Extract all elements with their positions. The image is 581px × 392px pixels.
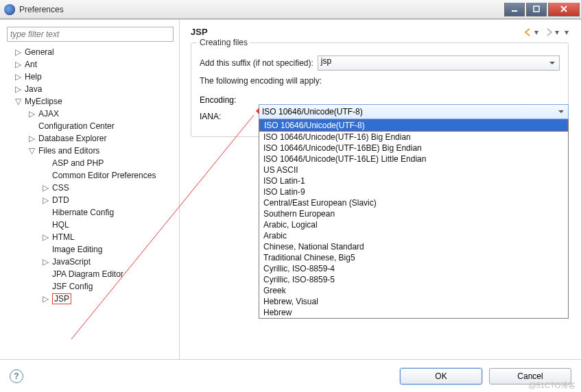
title-bar: Preferences (0, 0, 581, 19)
encoding-option[interactable]: Central/East European (Slavic) (259, 197, 568, 208)
encoding-option[interactable]: Hebrew, Visual (259, 296, 568, 307)
tree-item-label: Configuration Center (38, 121, 115, 131)
encoding-option[interactable]: ISO 10646/Unicode(UTF-16) Big Endian (259, 132, 568, 143)
encoding-select-value[interactable]: ISO 10646/Unicode(UTF-8) (259, 104, 569, 119)
tree-item-label: JSF Config (52, 282, 93, 291)
view-menu-button[interactable]: ▾ (565, 27, 569, 37)
help-icon[interactable]: ? (10, 369, 23, 383)
encoding-option[interactable]: Arabic, Logical (259, 219, 568, 230)
twisty-icon[interactable]: ▷ (43, 294, 49, 304)
tree-item[interactable]: ▷Database Explorer (3, 132, 179, 145)
svg-rect-1 (534, 6, 539, 12)
encoding-label: Encoding: (200, 95, 241, 105)
close-button[interactable] (548, 3, 580, 16)
twisty-icon[interactable]: ▷ (43, 183, 49, 193)
twisty-icon[interactable]: ▷ (43, 257, 49, 267)
tree-item[interactable]: ▷Ant (3, 58, 179, 71)
tree-item[interactable]: HQL (3, 219, 179, 231)
twisty-icon[interactable]: ▷ (43, 232, 49, 242)
encoding-option[interactable]: Southern European (259, 208, 568, 219)
tree-item[interactable]: ▷General (3, 46, 179, 58)
encoding-apply-note: The following encoding will apply: (200, 76, 560, 86)
encoding-option[interactable]: Arabic (259, 230, 568, 241)
minimize-button[interactable] (504, 3, 525, 16)
encoding-option[interactable]: Chinese, National Standard (259, 241, 568, 252)
tree-item-label: Common Editor Preferences (52, 171, 156, 180)
encoding-select[interactable]: ISO 10646/Unicode(UTF-8) ISO 10646/Unico… (259, 104, 569, 319)
tree-item-label: Files and Editors (38, 146, 99, 156)
annotation-triangle-icon (252, 108, 259, 114)
tree-item[interactable]: Configuration Center (3, 120, 179, 132)
back-button[interactable]: ▾ (523, 27, 538, 37)
encoding-option[interactable]: ISO 10646/Unicode(UTF-16BE) Big Endian (259, 143, 568, 154)
twisty-icon[interactable]: ▷ (29, 109, 36, 119)
group-legend: Creating files (197, 38, 250, 47)
tree-item[interactable]: ▷HTML (3, 231, 179, 243)
tree-item-label: Database Explorer (38, 134, 106, 143)
twisty-icon[interactable]: ▽ (15, 97, 22, 106)
tree-item-label: MyEclipse (25, 97, 62, 106)
tree-item[interactable]: Hibernate Config (3, 206, 179, 219)
suffix-label: Add this suffix (if not specified): (200, 58, 313, 68)
tree-item-label: DTD (52, 195, 69, 205)
window-title: Preferences (19, 5, 64, 14)
tree-item[interactable]: ASP and PHP (3, 157, 179, 169)
encoding-option[interactable]: US ASCII (259, 164, 568, 175)
encoding-option[interactable]: Traditional Chinese, Big5 (259, 252, 568, 263)
twisty-icon[interactable]: ▷ (15, 60, 22, 69)
encoding-option[interactable]: ISO Latin-1 (259, 175, 568, 186)
tree-item[interactable]: ▽MyEclipse (3, 95, 179, 108)
forward-button[interactable]: ▾ (544, 27, 559, 37)
chevron-down-icon: ▾ (555, 27, 559, 37)
encoding-option[interactable]: ISO 10646/Unicode(UTF-8) (259, 119, 568, 132)
tree-item[interactable]: ▷Java (3, 83, 179, 95)
left-pane: ▷General▷Ant▷Help▷Java▽MyEclipse▷AJAXCon… (0, 20, 180, 359)
tree-item-label: JSP (52, 293, 71, 304)
window-controls (504, 3, 581, 16)
tree-item[interactable]: ▷DTD (3, 194, 179, 206)
encoding-option[interactable]: ISO 10646/Unicode(UTF-16LE) Little Endia… (259, 154, 568, 164)
tree-item[interactable]: ▽Files and Editors (3, 145, 179, 157)
encoding-option[interactable]: ISO Latin-9 (259, 186, 568, 197)
twisty-icon[interactable]: ▷ (15, 84, 22, 94)
tree-item-label: Help (25, 72, 42, 82)
tree-item-label: Ant (25, 60, 37, 69)
tree-item-label: CSS (52, 183, 69, 193)
tree-item[interactable]: Common Editor Preferences (3, 169, 179, 182)
button-bar: ? OK Cancel (0, 359, 581, 392)
maximize-button[interactable] (526, 3, 547, 16)
tree-item[interactable]: ▷JavaScript (3, 256, 179, 268)
tree-item[interactable]: JSF Config (3, 280, 179, 293)
ok-button[interactable]: OK (400, 368, 482, 384)
twisty-icon[interactable]: ▷ (29, 134, 36, 143)
tree-item[interactable]: ▷Help (3, 71, 179, 83)
chevron-down-icon: ▾ (534, 27, 538, 37)
twisty-icon[interactable]: ▽ (29, 146, 36, 156)
twisty-icon[interactable]: ▷ (15, 72, 22, 82)
encoding-option[interactable]: Cyrillic, ISO-8859-5 (259, 274, 568, 285)
twisty-icon[interactable]: ▷ (43, 195, 49, 205)
encoding-option[interactable]: Hebrew (259, 307, 568, 318)
tree-item[interactable]: ▷AJAX (3, 108, 179, 120)
tree-item[interactable]: Image Editing (3, 243, 179, 256)
tree-item-label: AJAX (38, 109, 59, 119)
tree-item-label: Hibernate Config (52, 208, 114, 217)
tree-item-label: HQL (52, 220, 69, 230)
encoding-dropdown-list[interactable]: ISO 10646/Unicode(UTF-8)ISO 10646/Unicod… (259, 119, 569, 319)
iana-label: IANA: (200, 112, 241, 121)
tree-item-label: HTML (52, 232, 75, 242)
suffix-select[interactable]: jsp (318, 56, 560, 71)
encoding-option[interactable]: Greek (259, 285, 568, 296)
filter-input[interactable] (7, 27, 174, 42)
tree-item[interactable]: ▷CSS (3, 182, 179, 194)
encoding-option[interactable]: Cyrillic, ISO-8859-4 (259, 263, 568, 274)
tree-item[interactable]: ▷JSP (3, 293, 179, 305)
preference-tree[interactable]: ▷General▷Ant▷Help▷Java▽MyEclipse▷AJAXCon… (0, 46, 179, 359)
tree-item-label: JavaScript (52, 257, 91, 267)
twisty-icon[interactable]: ▷ (15, 47, 22, 57)
tree-item-label: Java (25, 84, 42, 94)
tree-item[interactable]: JPA Diagram Editor (3, 268, 179, 280)
watermark: @51CTO博客 (529, 380, 576, 391)
tree-item-label: Image Editing (52, 245, 102, 254)
page-title: JSP (191, 27, 208, 37)
